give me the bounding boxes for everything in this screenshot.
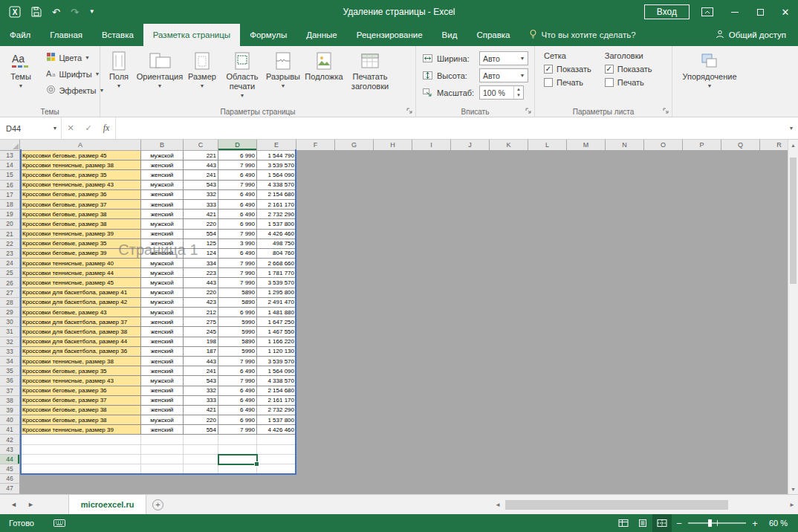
cell-B42[interactable] xyxy=(141,435,184,444)
cell-B29[interactable]: мужской xyxy=(141,308,184,317)
cell-B25[interactable]: мужской xyxy=(141,268,184,278)
cell-D33[interactable]: 5990 xyxy=(218,347,257,357)
cell-E20[interactable]: 1 537 800 xyxy=(257,219,296,229)
tab-Справка[interactable]: Справка xyxy=(467,24,519,46)
cell-E19[interactable]: 2 732 290 xyxy=(257,210,296,219)
size-button[interactable]: Размер▼ xyxy=(184,48,221,105)
cell-A26[interactable]: Кроссовки теннисные, размер 45 xyxy=(20,278,141,288)
cell-A34[interactable]: Кроссовки теннисные, размер 38 xyxy=(20,357,141,366)
tab-Файл[interactable]: Файл xyxy=(0,24,40,46)
row-header-20[interactable]: 20 xyxy=(0,219,20,229)
cell-A27[interactable]: Кроссовки для баскетбола, размер 41 xyxy=(20,288,141,298)
cell-D21[interactable]: 7 990 xyxy=(218,230,257,239)
column-header-F[interactable]: F xyxy=(296,140,335,151)
cell-E16[interactable]: 4 338 570 xyxy=(257,181,296,190)
cell-D26[interactable]: 7 990 xyxy=(218,278,257,288)
cell-C22[interactable]: 125 xyxy=(184,239,218,249)
cell-B20[interactable]: мужской xyxy=(141,219,184,229)
zoom-in-button[interactable]: + xyxy=(747,518,762,529)
dialog-launcher-icon[interactable] xyxy=(525,107,532,114)
cell-A38[interactable]: Кроссовки беговые, размер 37 xyxy=(20,396,141,406)
cell-E27[interactable]: 1 295 800 xyxy=(257,288,296,298)
cell-D17[interactable]: 6 490 xyxy=(218,190,257,200)
sheet-nav-right-icon[interactable]: ► xyxy=(27,501,34,508)
cell-B18[interactable]: женский xyxy=(141,200,184,210)
cell-E36[interactable]: 4 338 570 xyxy=(257,376,296,386)
row-header-28[interactable]: 28 xyxy=(0,298,20,308)
column-header-D[interactable]: D xyxy=(218,140,257,151)
horizontal-scrollbar-track[interactable] xyxy=(504,495,786,514)
row-header-16[interactable]: 16 xyxy=(0,181,20,190)
cell-B44[interactable] xyxy=(141,455,184,464)
cell-B43[interactable] xyxy=(141,445,184,455)
cell-D44[interactable] xyxy=(218,455,257,464)
cell-E17[interactable]: 2 154 680 xyxy=(257,190,296,200)
vertical-scrollbar[interactable]: ▲ ▼ xyxy=(788,140,798,494)
gridlines-checkbox-2[interactable]: Печать xyxy=(544,78,591,87)
cell-D13[interactable]: 6 990 xyxy=(218,151,257,160)
cell-B40[interactable]: мужской xyxy=(141,415,184,425)
themes-option-3[interactable]: Эффекты▼ xyxy=(43,82,107,98)
cell-D15[interactable]: 6 490 xyxy=(218,170,257,180)
column-header-M[interactable]: M xyxy=(567,140,606,151)
scroll-right-icon[interactable]: ► xyxy=(786,502,798,508)
cell-E44[interactable] xyxy=(257,455,296,464)
cell-C36[interactable]: 543 xyxy=(184,376,218,386)
cell-B32[interactable]: женский xyxy=(141,337,184,347)
row-header-40[interactable]: 40 xyxy=(0,415,20,425)
cell-C24[interactable]: 334 xyxy=(184,259,218,268)
column-header-K[interactable]: K xyxy=(490,140,528,151)
cell-A25[interactable]: Кроссовки теннисные, размер 44 xyxy=(20,268,141,278)
cell-D29[interactable]: 6 990 xyxy=(218,308,257,317)
cell-B22[interactable]: женский xyxy=(141,239,184,249)
themes-button[interactable]: Aa Темы ▼ xyxy=(1,48,40,105)
cell-A33[interactable]: Кроссовки для баскетбола, размер 36 xyxy=(20,347,141,357)
cell-D20[interactable]: 6 990 xyxy=(218,219,257,229)
cell-E21[interactable]: 4 426 460 xyxy=(257,230,296,239)
cell-D42[interactable] xyxy=(218,435,257,444)
cell-D25[interactable]: 7 990 xyxy=(218,268,257,278)
row-header-27[interactable]: 27 xyxy=(0,288,20,298)
horizontal-scrollbar[interactable]: ◄ ► xyxy=(492,495,798,514)
cell-A15[interactable]: Кроссовки беговые, размер 35 xyxy=(20,170,141,180)
cell-C29[interactable]: 212 xyxy=(184,308,218,317)
column-header-C[interactable]: C xyxy=(184,140,218,151)
cell-A21[interactable]: Кроссовки теннисные, размер 39 xyxy=(20,230,141,239)
cell-B26[interactable]: мужской xyxy=(141,278,184,288)
new-sheet-button[interactable]: + xyxy=(146,495,169,514)
cell-E34[interactable]: 3 539 570 xyxy=(257,357,296,366)
cell-D16[interactable]: 7 990 xyxy=(218,181,257,190)
cell-C25[interactable]: 223 xyxy=(184,268,218,278)
cell-D23[interactable]: 6 490 xyxy=(218,249,257,259)
cell-B24[interactable]: мужской xyxy=(141,259,184,268)
cell-D27[interactable]: 5890 xyxy=(218,288,257,298)
row-header-14[interactable]: 14 xyxy=(0,160,20,170)
row-header-45[interactable]: 45 xyxy=(0,464,20,474)
cell-C33[interactable]: 187 xyxy=(184,347,218,357)
cell-B27[interactable]: мужской xyxy=(141,288,184,298)
height-combobox[interactable]: Авто▼ xyxy=(479,68,528,82)
dialog-launcher-icon[interactable] xyxy=(662,107,669,114)
cell-D18[interactable]: 6 490 xyxy=(218,200,257,210)
normal-view-button[interactable] xyxy=(614,514,633,532)
tab-Формулы[interactable]: Формулы xyxy=(240,24,296,46)
cancel-icon[interactable]: ✕ xyxy=(62,117,80,139)
tab-Данные[interactable]: Данные xyxy=(296,24,347,46)
cell-E30[interactable]: 1 647 250 xyxy=(257,317,296,327)
cell-E39[interactable]: 2 732 290 xyxy=(257,406,296,415)
cell-D41[interactable]: 7 990 xyxy=(218,425,257,435)
orientation-button[interactable]: Ориентация▼ xyxy=(136,48,184,105)
cell-A36[interactable]: Кроссовки теннисные, размер 43 xyxy=(20,376,141,386)
cell-D19[interactable]: 6 490 xyxy=(218,210,257,219)
background-button[interactable]: Подложка xyxy=(302,48,346,105)
row-header-15[interactable]: 15 xyxy=(0,170,20,180)
accessibility-keyboard-icon[interactable] xyxy=(53,519,65,527)
sheet-nav-left-icon[interactable]: ◄ xyxy=(10,501,17,508)
cell-E33[interactable]: 1 120 130 xyxy=(257,347,296,357)
customize-qat-icon[interactable]: ▼ xyxy=(89,9,95,15)
cell-B15[interactable]: женский xyxy=(141,170,184,180)
tab-Главная[interactable]: Главная xyxy=(40,24,92,46)
row-header-30[interactable]: 30 xyxy=(0,317,20,327)
row-header-46[interactable]: 46 xyxy=(0,474,20,484)
close-button[interactable]: ✕ xyxy=(773,1,798,22)
